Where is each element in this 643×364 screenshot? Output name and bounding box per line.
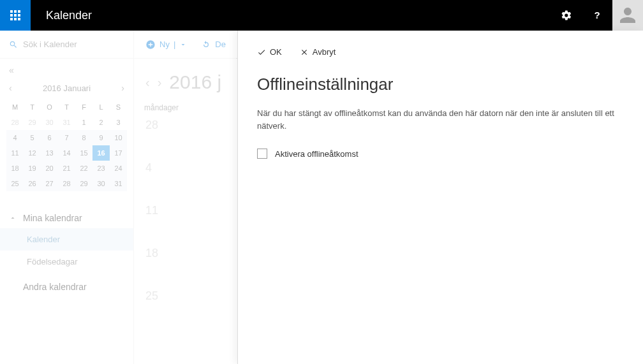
weekday-header: T xyxy=(24,99,41,115)
mini-cal-day[interactable]: 29 xyxy=(24,115,41,130)
search-row[interactable] xyxy=(0,31,133,59)
weekday-header: F xyxy=(75,99,92,115)
chevron-down-icon xyxy=(179,41,187,48)
check-icon xyxy=(257,48,266,57)
new-event-button[interactable]: Ny | xyxy=(145,40,187,50)
offline-checkbox[interactable] xyxy=(257,149,267,159)
top-bar: Kalender ? xyxy=(0,0,643,31)
mini-cal-day[interactable]: 15 xyxy=(75,145,92,161)
other-calendars-toggle[interactable]: Andra kalendrar xyxy=(0,277,133,297)
mini-cal-day[interactable]: 29 xyxy=(75,176,92,191)
share-button[interactable]: De xyxy=(201,40,226,50)
cancel-label: Avbryt xyxy=(313,47,336,57)
next-period-button[interactable]: › xyxy=(158,75,162,90)
offline-checkbox-label: Aktivera offlineåtkomst xyxy=(275,149,358,159)
mini-cal-day[interactable]: 30 xyxy=(92,176,110,191)
mini-cal-day[interactable]: 18 xyxy=(6,161,24,176)
weekday-header: O xyxy=(41,99,58,115)
mini-cal-day[interactable]: 17 xyxy=(110,145,127,161)
mini-cal-day[interactable]: 12 xyxy=(24,145,41,161)
mini-cal-day[interactable]: 6 xyxy=(41,130,58,145)
mini-cal-day[interactable]: 11 xyxy=(6,145,24,161)
mini-cal-day[interactable]: 1 xyxy=(75,115,92,130)
calendar-list-item[interactable]: Kalender xyxy=(0,228,133,251)
settings-button[interactable] xyxy=(551,0,582,31)
plus-circle-icon xyxy=(145,40,156,50)
mini-cal-month-nav: ‹ 2016 Januari › xyxy=(0,79,133,99)
mini-cal-day[interactable]: 9 xyxy=(92,130,110,145)
mini-cal-day[interactable]: 28 xyxy=(58,176,75,191)
waffle-icon xyxy=(10,10,20,20)
mini-calendar: MTOTFLS 28293031123456789101112131415161… xyxy=(0,99,133,191)
mini-cal-day[interactable]: 30 xyxy=(41,115,58,130)
mini-cal-title: 2016 Januari xyxy=(43,84,91,93)
next-month-button[interactable]: › xyxy=(121,83,124,93)
mini-cal-day[interactable]: 7 xyxy=(58,130,75,145)
gear-icon xyxy=(561,10,572,21)
flyout-description: När du har stängt av offlineåtkomst kan … xyxy=(257,107,624,132)
weekday-header: L xyxy=(92,99,110,115)
left-sidebar: « ‹ 2016 Januari › MTOTFLS 2829303112345… xyxy=(0,31,134,364)
mini-cal-day[interactable]: 21 xyxy=(58,161,75,176)
mini-cal-day[interactable]: 5 xyxy=(24,130,41,145)
share-label: De xyxy=(215,40,226,49)
mini-cal-day[interactable]: 31 xyxy=(58,115,75,130)
mini-cal-day[interactable]: 31 xyxy=(110,176,127,191)
help-icon: ? xyxy=(591,10,603,21)
mini-cal-day[interactable]: 23 xyxy=(92,161,110,176)
mini-cal-day[interactable]: 13 xyxy=(41,145,58,161)
flyout-title: Offlineinställningar xyxy=(257,75,624,94)
mini-cal-day[interactable]: 27 xyxy=(41,176,58,191)
user-avatar[interactable] xyxy=(612,0,643,31)
app-launcher[interactable] xyxy=(0,0,31,31)
my-calendars-section: Mina kalendrar KalenderFödelsedagar Andr… xyxy=(0,208,133,297)
mini-cal-day[interactable]: 4 xyxy=(6,130,24,145)
mini-cal-day[interactable]: 26 xyxy=(24,176,41,191)
flyout-action-bar: OK Avbryt xyxy=(257,47,624,57)
mini-cal-day[interactable]: 14 xyxy=(58,145,75,161)
my-calendars-toggle[interactable]: Mina kalendrar xyxy=(0,208,133,228)
mini-cal-day[interactable]: 2 xyxy=(92,115,110,130)
refresh-icon xyxy=(201,40,211,50)
other-calendars-label: Andra kalendrar xyxy=(23,282,87,292)
settings-flyout: OK Avbryt Offlineinställningar När du ha… xyxy=(237,31,643,364)
mini-cal-day[interactable]: 25 xyxy=(6,176,24,191)
new-event-label: Ny xyxy=(159,40,170,49)
mini-cal-day[interactable]: 28 xyxy=(6,115,24,130)
chevron-up-icon xyxy=(9,214,17,222)
mini-cal-day[interactable]: 19 xyxy=(24,161,41,176)
weekday-header: M xyxy=(6,99,24,115)
ok-label: OK xyxy=(270,47,282,57)
search-icon xyxy=(9,40,18,50)
offline-checkbox-row[interactable]: Aktivera offlineåtkomst xyxy=(257,149,624,159)
mini-cal-day[interactable]: 8 xyxy=(75,130,92,145)
mini-cal-day[interactable]: 22 xyxy=(75,161,92,176)
weekday-header: S xyxy=(110,99,127,115)
weekday-header: T xyxy=(58,99,75,115)
app-title: Kalender xyxy=(46,9,92,22)
prev-month-button[interactable]: ‹ xyxy=(9,83,12,93)
search-input[interactable] xyxy=(23,40,124,49)
mini-cal-collapse-row: « xyxy=(0,59,133,79)
mini-cal-day[interactable]: 24 xyxy=(110,161,127,176)
person-icon xyxy=(616,4,639,27)
mini-cal-day[interactable]: 10 xyxy=(110,130,127,145)
mini-cal-day[interactable]: 20 xyxy=(41,161,58,176)
svg-text:?: ? xyxy=(595,10,600,20)
cancel-button[interactable]: Avbryt xyxy=(300,47,336,57)
my-calendars-label: Mina kalendrar xyxy=(23,213,82,223)
calendar-list-item[interactable]: Födelsedagar xyxy=(0,251,133,273)
close-icon xyxy=(300,48,309,57)
chevron-double-left-icon[interactable]: « xyxy=(9,65,14,75)
mini-cal-day[interactable]: 3 xyxy=(110,115,127,130)
mini-cal-day[interactable]: 16 xyxy=(92,145,110,161)
ok-button[interactable]: OK xyxy=(257,47,282,57)
prev-period-button[interactable]: ‹ xyxy=(145,75,150,90)
current-period-label: 2016 j xyxy=(169,71,221,93)
divider: | xyxy=(174,40,175,49)
help-button[interactable]: ? xyxy=(582,0,612,31)
